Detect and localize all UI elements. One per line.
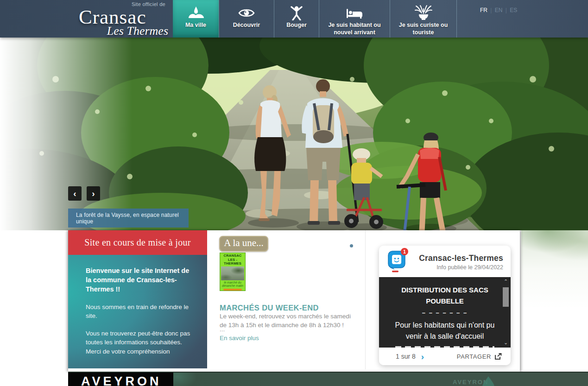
carousel-next-button[interactable]: › — [87, 186, 100, 201]
scroll-up-icon[interactable]: ⌃ — [503, 279, 509, 285]
tab-bouger[interactable]: Bouger — [274, 0, 319, 38]
panneaupocket-app-icon: 1 — [387, 250, 406, 272]
post-title: DISTRIBUTION DES SACS POUBELLE — [392, 285, 498, 307]
share-label: PARTAGER — [457, 353, 491, 360]
tab-label: Je suis habitant ou nouvel arrivant — [319, 22, 390, 36]
widget-header: 1 Cransac-les-Thermes Info publiée le 29… — [379, 246, 511, 277]
news-ellipsis: ... — [220, 326, 225, 333]
hero-carousel: ‹ › La forêt de la Vaysse, en espace nat… — [0, 38, 588, 230]
notification-badge: 1 — [401, 248, 408, 255]
share-button[interactable]: PARTAGER — [457, 353, 502, 360]
tab-label: Découvrir — [233, 22, 260, 29]
a-la-une-badge: A la une... — [219, 236, 268, 252]
poster-footer-text — [223, 289, 242, 291]
main-nav: Ma ville Découvrir — [173, 0, 457, 38]
update-panel-body: Bienvenue sur le site Internet de la com… — [68, 255, 207, 368]
read-more-link[interactable]: En savoir plus — [220, 335, 259, 342]
poster-title-line2: LES - THERMES — [221, 258, 244, 266]
pager-next-button[interactable]: › — [421, 352, 424, 361]
news-poster-thumbnail[interactable]: CRANSAC LES - THERMES le marché du diman… — [220, 253, 246, 291]
eye-icon — [238, 5, 255, 20]
poster-photo — [221, 266, 244, 280]
page-footer: AVEYRON AVEYRON — [68, 372, 588, 386]
share-icon — [494, 353, 502, 360]
hero-caption: La forêt de la Vaysse, en espace naturel… — [68, 209, 189, 228]
site-logo[interactable]: Site officiel de Cransac Les Thermes — [79, 1, 169, 38]
scrollbar-thumb[interactable] — [503, 287, 509, 307]
widget-publish-date: Info publiée le 29/04/2022 — [406, 264, 503, 271]
tab-ma-ville[interactable]: Ma ville — [173, 0, 219, 38]
column-divider — [365, 230, 366, 369]
site-header: Site officiel de Cransac Les Thermes Ma … — [0, 0, 588, 38]
widget-scrollbar[interactable]: ⌃ ⌄ — [502, 279, 509, 346]
post-divider: – – – – – – – — [379, 309, 511, 316]
tab-label: Je suis curiste ou touriste — [390, 22, 456, 36]
tab-curiste[interactable]: Je suis curiste ou touriste — [390, 0, 457, 38]
site-update-panel: Site en cours de mise à jour Bienvenue s… — [68, 230, 207, 368]
tab-label: Ma ville — [185, 22, 206, 29]
aveyron-logo[interactable]: AVEYRON — [68, 373, 173, 386]
village-icon — [188, 5, 204, 20]
page: ‹ › La forêt de la Vaysse, en espace nat… — [0, 0, 588, 386]
news-carousel-dot[interactable] — [350, 244, 353, 247]
lang-en[interactable]: EN — [493, 7, 504, 13]
language-switcher: FR | EN | ES — [479, 7, 518, 13]
tab-decouvrir[interactable]: Découvrir — [219, 0, 274, 38]
news-title: MARCHÉS DU WEEK-END — [220, 304, 319, 312]
update-panel-title: Site en cours de mise à jour — [68, 230, 207, 255]
background-photo-fade — [521, 230, 588, 342]
update-paragraph: Nous sommes en train de refondre le site… — [86, 303, 193, 320]
panneaupocket-widget: 1 Cransac-les-Thermes Info publiée le 29… — [379, 246, 511, 365]
fountain-icon — [414, 5, 433, 20]
widget-footer: 1 sur 8 › PARTAGER — [379, 348, 511, 365]
tab-label: Bouger — [286, 22, 307, 29]
poster-caption: le marché du dimanche matin — [221, 281, 244, 288]
lang-es[interactable]: ES — [508, 7, 518, 13]
update-paragraph: Vous ne trouverez peut-être donc pas tou… — [86, 329, 193, 355]
lang-separator: | — [506, 7, 507, 13]
aveyron-drop-icon — [481, 376, 496, 386]
lang-fr[interactable]: FR — [479, 7, 489, 13]
hero-left-fade — [0, 38, 139, 230]
tab-habitant[interactable]: Je suis habitant ou nouvel arrivant — [319, 0, 390, 38]
widget-post: DISTRIBUTION DES SACS POUBELLE – – – – –… — [379, 277, 511, 348]
pager-label: 1 sur 8 — [396, 353, 416, 360]
active-person-icon — [290, 5, 303, 20]
post-body: Pour les habitants qui n'ont pu venir à … — [387, 320, 502, 342]
widget-title: Cransac-les-Thermes — [406, 253, 503, 263]
carousel-prev-button[interactable]: ‹ — [68, 186, 82, 201]
scroll-down-icon[interactable]: ⌄ — [503, 340, 509, 346]
update-paragraph: Bienvenue sur le site Internet de la com… — [86, 266, 193, 294]
bed-icon — [346, 5, 363, 20]
news-body: Le week-end, retrouvez vos marchés le sa… — [220, 312, 354, 329]
lang-separator: | — [490, 7, 492, 13]
